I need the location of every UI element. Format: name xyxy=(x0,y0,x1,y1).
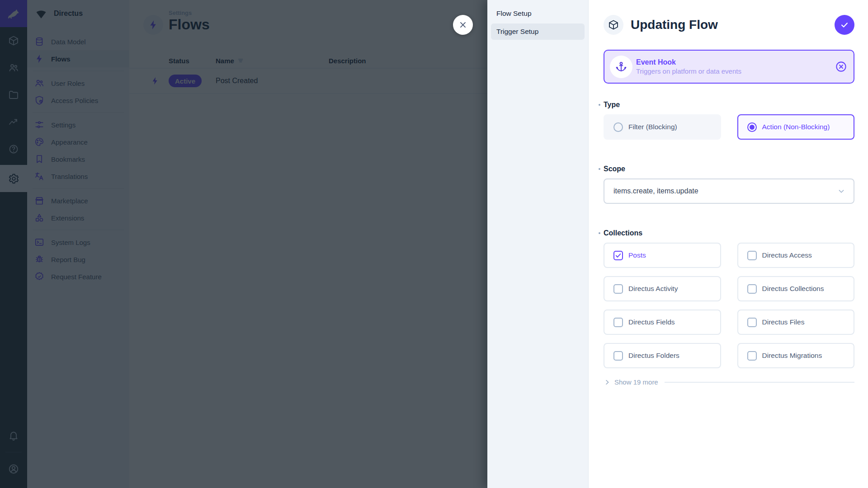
event-hook-texts: Event Hook Triggers on platform or data … xyxy=(636,57,831,76)
checkbox-directus-folders[interactable]: Directus Folders xyxy=(604,343,721,368)
checkbox-directus-collections[interactable]: Directus Collections xyxy=(737,276,855,301)
radio-label: Action (Non-Blocking) xyxy=(762,123,830,131)
checkbox-directus-fields[interactable]: Directus Fields xyxy=(604,310,721,335)
save-button[interactable] xyxy=(835,15,854,35)
checkbox-icon xyxy=(747,318,757,327)
drawer-nav-flow-setup[interactable]: Flow Setup xyxy=(491,5,585,22)
event-hook-subtitle: Triggers on platform or data events xyxy=(636,67,831,76)
checkbox-label: Directus Access xyxy=(762,251,812,259)
radio-icon xyxy=(613,122,623,132)
modal-overlay[interactable] xyxy=(0,0,487,488)
collections-section: Collections Posts Directus Access Direct… xyxy=(604,229,854,386)
chevron-right-icon xyxy=(604,379,611,386)
checkbox-icon xyxy=(613,284,623,294)
drawer-nav-trigger-setup[interactable]: Trigger Setup xyxy=(491,23,585,40)
drawer-nav: Flow Setup Trigger Setup xyxy=(487,0,589,488)
drawer-icon-circle xyxy=(604,15,623,35)
checkbox-label: Posts xyxy=(628,251,646,259)
radio-selected-icon xyxy=(747,122,757,132)
checkbox-label: Directus Activity xyxy=(628,285,678,293)
anchor-icon xyxy=(615,61,627,73)
collections-grid: Posts Directus Access Directus Activity … xyxy=(604,243,854,368)
radio-filter-blocking[interactable]: Filter (Blocking) xyxy=(604,114,721,140)
drawer-header: Updating Flow xyxy=(604,15,854,35)
cancel-circle-icon xyxy=(835,61,847,73)
chevron-down-icon xyxy=(836,186,846,196)
scope-select[interactable]: items.create, items.update xyxy=(604,178,854,204)
checkbox-label: Directus Migrations xyxy=(762,352,822,360)
drawer-close-button[interactable] xyxy=(453,15,473,35)
drawer-content: Updating Flow Event Hook Triggers on pla… xyxy=(589,0,868,488)
radio-action-non-blocking[interactable]: Action (Non-Blocking) xyxy=(737,114,855,140)
check-icon xyxy=(840,20,849,30)
checkbox-directus-migrations[interactable]: Directus Migrations xyxy=(737,343,855,368)
collections-label: Collections xyxy=(604,229,854,237)
type-section: Type Filter (Blocking) Action (Non-Block… xyxy=(604,101,854,140)
checkbox-icon xyxy=(613,351,623,361)
checkbox-label: Directus Fields xyxy=(628,318,675,326)
checkbox-label: Directus Files xyxy=(762,318,805,326)
scope-value: items.create, items.update xyxy=(613,187,836,195)
show-more-rule xyxy=(665,382,854,383)
deselect-trigger-button[interactable] xyxy=(835,61,847,73)
checkbox-label: Directus Collections xyxy=(762,285,824,293)
checkbox-posts[interactable]: Posts xyxy=(604,243,721,268)
checkbox-icon xyxy=(613,318,623,327)
show-more-label: Show 19 more xyxy=(614,378,658,386)
close-icon xyxy=(458,20,468,30)
radio-label: Filter (Blocking) xyxy=(628,123,677,131)
drawer-title: Updating Flow xyxy=(631,18,827,32)
event-hook-title: Event Hook xyxy=(636,57,831,67)
checkbox-directus-activity[interactable]: Directus Activity xyxy=(604,276,721,301)
checkbox-icon xyxy=(747,284,757,294)
anchor-circle xyxy=(610,56,632,78)
checkbox-label: Directus Folders xyxy=(628,352,679,360)
checkbox-icon xyxy=(747,251,757,260)
box-icon xyxy=(608,19,619,30)
drawer: Flow Setup Trigger Setup Updating Flow E… xyxy=(487,0,868,488)
type-label: Type xyxy=(604,101,854,109)
type-options: Filter (Blocking) Action (Non-Blocking) xyxy=(604,114,854,140)
scope-section: Scope items.create, items.update xyxy=(604,165,854,204)
trigger-type-card[interactable]: Event Hook Triggers on platform or data … xyxy=(604,50,854,84)
scope-label: Scope xyxy=(604,165,854,173)
checkbox-checked-icon xyxy=(613,251,623,260)
checkbox-directus-files[interactable]: Directus Files xyxy=(737,310,855,335)
checkbox-directus-access[interactable]: Directus Access xyxy=(737,243,855,268)
show-more-toggle[interactable]: Show 19 more xyxy=(604,378,854,386)
checkbox-icon xyxy=(747,351,757,361)
